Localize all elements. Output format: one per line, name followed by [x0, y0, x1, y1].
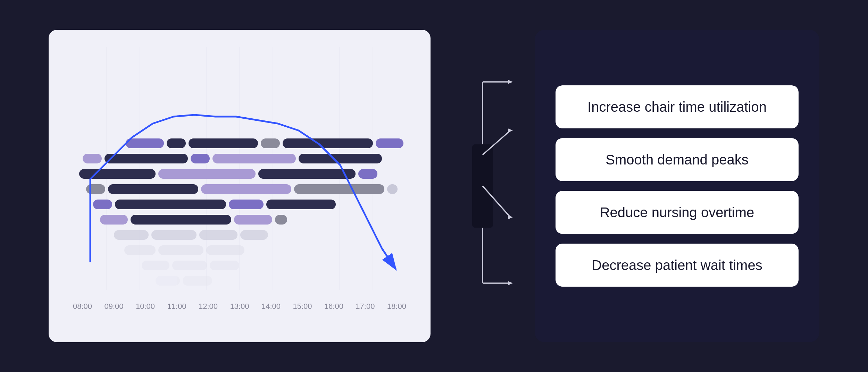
svg-marker-8: [508, 215, 513, 219]
bar: [229, 200, 264, 209]
bar: [206, 245, 244, 255]
chart-area: 08:00 09:00 10:00 11:00 12:00 13:00 14:0…: [69, 47, 410, 311]
svg-marker-4: [508, 80, 513, 84]
gantt-bars: [69, 47, 410, 290]
bar: [131, 215, 231, 225]
time-label-1600: 16:00: [324, 302, 343, 311]
bar: [201, 184, 291, 194]
bar: [167, 138, 186, 148]
bar: [142, 261, 169, 270]
time-label-1100: 11:00: [167, 302, 186, 311]
bar: [234, 215, 272, 225]
bar-row: [69, 229, 410, 241]
time-label-0900: 09:00: [104, 302, 123, 311]
bar-row: [69, 137, 410, 149]
bar: [151, 230, 197, 240]
bar: [114, 230, 149, 240]
bar: [294, 184, 384, 194]
bar: [299, 154, 382, 163]
bar: [100, 215, 128, 225]
bar: [258, 169, 356, 179]
time-label-0800: 08:00: [73, 302, 92, 311]
chart-panel: 08:00 09:00 10:00 11:00 12:00 13:00 14:0…: [49, 30, 431, 342]
bar: [283, 138, 373, 148]
outcome-card-wait: Decrease patient wait times: [556, 244, 799, 287]
svg-marker-6: [508, 128, 513, 133]
bar: [79, 169, 156, 179]
bar: [376, 138, 403, 148]
bar: [105, 154, 188, 163]
time-label-1000: 10:00: [136, 302, 155, 311]
outcome-card-overtime: Reduce nursing overtime: [556, 191, 799, 234]
bar: [93, 200, 112, 209]
bar-row: [69, 168, 410, 180]
bar: [83, 154, 102, 163]
bar-row: [69, 260, 410, 271]
bar: [240, 230, 268, 240]
bar: [183, 276, 212, 286]
bar: [191, 154, 210, 163]
time-label-1800: 18:00: [387, 302, 406, 311]
arrows-svg: [451, 47, 514, 325]
bar: [189, 138, 258, 148]
time-label-1300: 13:00: [230, 302, 249, 311]
outcome-card-wait-text: Decrease patient wait times: [592, 257, 762, 273]
bar: [108, 184, 198, 194]
outcome-card-chair-text: Increase chair time utilization: [587, 99, 767, 115]
bar: [115, 200, 226, 209]
time-label-1400: 14:00: [261, 302, 281, 311]
bar: [358, 169, 377, 179]
bar-row: [69, 198, 410, 210]
svg-line-5: [483, 130, 510, 155]
bar: [86, 184, 105, 194]
bar: [199, 230, 237, 240]
bar-row: [69, 183, 410, 195]
bar: [212, 154, 296, 163]
bar: [158, 169, 256, 179]
main-container: 08:00 09:00 10:00 11:00 12:00 13:00 14:0…: [35, 16, 833, 356]
cards-panel: Increase chair time utilization Smooth d…: [535, 30, 819, 342]
bar: [156, 276, 180, 286]
bar-row: [69, 153, 410, 164]
bar: [210, 261, 239, 270]
time-label-1200: 12:00: [199, 302, 218, 311]
bar-row: [69, 275, 410, 287]
bar: [172, 261, 207, 270]
bar: [126, 138, 164, 148]
outcome-card-demand: Smooth demand peaks: [556, 138, 799, 181]
outcome-card-chair: Increase chair time utilization: [556, 85, 799, 128]
connector-area: [451, 47, 514, 325]
bar: [261, 138, 280, 148]
time-axis: 08:00 09:00 10:00 11:00 12:00 13:00 14:0…: [69, 302, 410, 311]
bar: [275, 215, 287, 225]
time-label-1500: 15:00: [293, 302, 312, 311]
bar: [158, 245, 203, 255]
bar: [387, 184, 398, 194]
bar: [266, 200, 336, 209]
outcome-card-demand-text: Smooth demand peaks: [606, 152, 748, 167]
outcome-card-overtime-text: Reduce nursing overtime: [600, 205, 754, 220]
bar-row: [69, 214, 410, 226]
time-label-1700: 17:00: [356, 302, 375, 311]
bar-row: [69, 244, 410, 256]
bar: [124, 245, 156, 255]
svg-marker-11: [508, 281, 513, 285]
